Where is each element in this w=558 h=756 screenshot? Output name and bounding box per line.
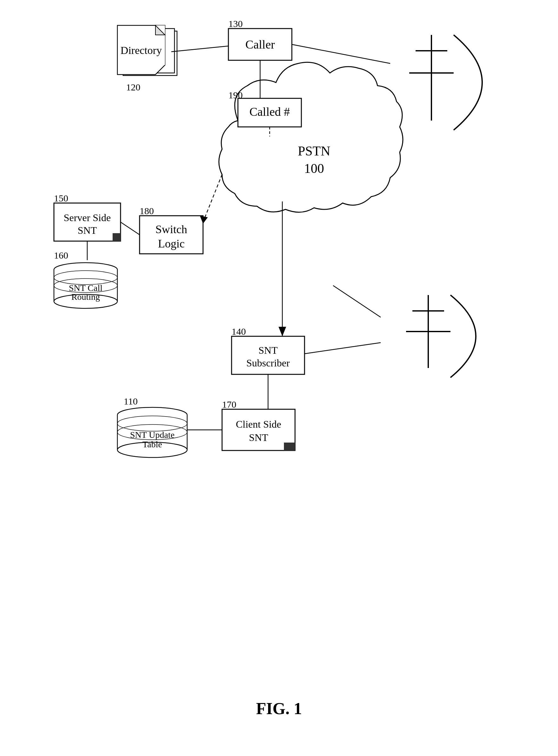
pstn-cloud: PSTN 100: [219, 62, 403, 212]
server-snt-id: 150: [54, 193, 68, 203]
snt-subscriber-id: 140: [232, 326, 246, 336]
svg-line-41: [121, 222, 140, 235]
called-node: Called #: [238, 98, 301, 127]
caller-id: 130: [228, 18, 243, 29]
server-snt-node: Server Side SNT: [54, 203, 121, 241]
svg-line-35: [292, 44, 390, 64]
antenna-bottom: [406, 295, 476, 378]
snt-update-label-2: Table: [143, 439, 162, 449]
directory-label: Directory: [121, 44, 162, 56]
caller-node: Caller: [228, 29, 292, 60]
called-label: Called #: [249, 105, 290, 118]
snt-routing-id: 160: [54, 250, 68, 260]
svg-line-39: [203, 175, 222, 222]
switch-logic-id: 180: [140, 206, 154, 216]
server-snt-label-1: Server Side: [64, 212, 111, 223]
snt-subscriber-label-2: Subscriber: [247, 357, 290, 369]
directory-node: Directory: [117, 25, 177, 76]
svg-marker-38: [279, 327, 286, 336]
antenna-top: [409, 35, 482, 130]
snt-subscriber-label-1: SNT: [258, 345, 278, 356]
svg-marker-19: [284, 443, 295, 451]
switch-logic-node: Switch Logic: [140, 216, 203, 254]
svg-line-45: [333, 285, 381, 317]
svg-line-33: [171, 46, 228, 52]
svg-marker-9: [112, 233, 121, 241]
diagram-container: PSTN 100 Directory 120 Caller 130 Called…: [0, 0, 558, 698]
switch-logic-label-2: Logic: [158, 237, 185, 250]
pstn-id: 100: [304, 161, 324, 176]
called-id: 190: [228, 90, 243, 100]
client-snt-id: 170: [222, 399, 236, 409]
pstn-label: PSTN: [298, 144, 331, 158]
svg-line-46: [305, 343, 381, 354]
client-snt-label-2: SNT: [249, 432, 269, 443]
caller-label: Caller: [246, 38, 275, 51]
switch-logic-label-1: Switch: [155, 223, 187, 236]
snt-call-routing-node: SNT Call Routing: [54, 263, 117, 308]
snt-routing-label-2: Routing: [71, 292, 100, 302]
snt-subscriber-node: SNT Subscriber: [232, 336, 305, 374]
server-snt-label-2: SNT: [78, 225, 97, 236]
figure-label: FIG. 1: [256, 699, 302, 718]
snt-update-label-1: SNT Update: [130, 430, 175, 440]
snt-routing-label-1: SNT Call: [69, 283, 102, 293]
client-snt-label-1: Client Side: [236, 419, 281, 430]
snt-update-table-node: SNT Update Table: [117, 407, 187, 457]
client-snt-node: Client Side SNT: [222, 409, 295, 451]
snt-update-id: 110: [124, 396, 138, 406]
directory-id: 120: [126, 82, 141, 92]
